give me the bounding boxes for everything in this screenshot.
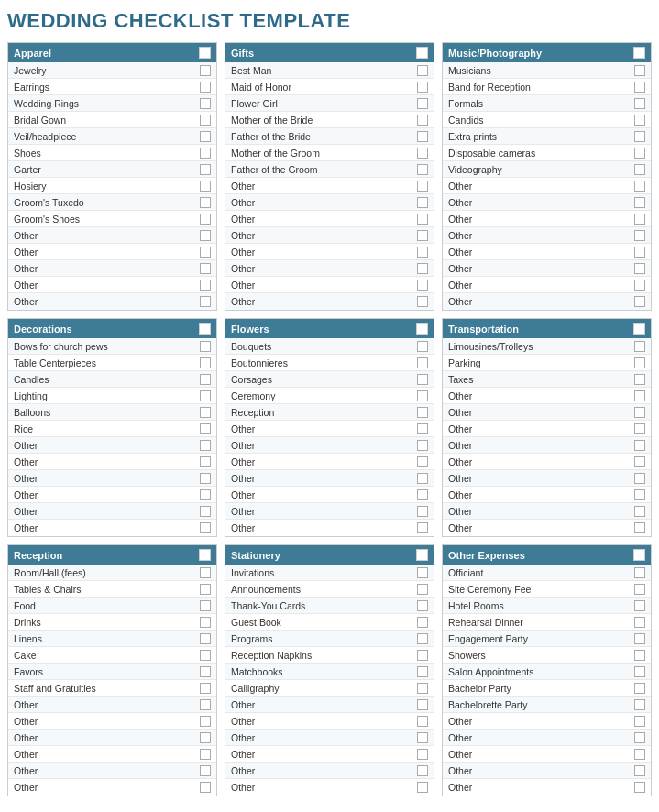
row-checkbox[interactable]	[634, 82, 645, 93]
row-checkbox[interactable]	[417, 65, 428, 76]
row-checkbox[interactable]	[417, 489, 428, 500]
row-checkbox[interactable]	[634, 423, 645, 434]
row-checkbox[interactable]	[417, 197, 428, 208]
row-checkbox[interactable]	[634, 716, 645, 727]
row-checkbox[interactable]	[200, 407, 211, 418]
row-checkbox[interactable]	[200, 506, 211, 517]
row-checkbox[interactable]	[634, 197, 645, 208]
row-checkbox[interactable]	[634, 374, 645, 385]
row-checkbox[interactable]	[634, 341, 645, 352]
row-checkbox[interactable]	[634, 666, 645, 677]
row-checkbox[interactable]	[634, 633, 645, 644]
row-checkbox[interactable]	[634, 473, 645, 484]
row-checkbox[interactable]	[200, 115, 211, 126]
row-checkbox[interactable]	[634, 65, 645, 76]
row-checkbox[interactable]	[200, 782, 211, 793]
row-checkbox[interactable]	[634, 650, 645, 661]
row-checkbox[interactable]	[200, 280, 211, 291]
row-checkbox[interactable]	[634, 181, 645, 192]
row-checkbox[interactable]	[200, 650, 211, 661]
row-checkbox[interactable]	[634, 567, 645, 578]
row-checkbox[interactable]	[200, 440, 211, 451]
row-checkbox[interactable]	[634, 390, 645, 401]
row-checkbox[interactable]	[200, 584, 211, 595]
row-checkbox[interactable]	[417, 341, 428, 352]
row-checkbox[interactable]	[200, 699, 211, 710]
row-checkbox[interactable]	[417, 584, 428, 595]
row-checkbox[interactable]	[634, 247, 645, 258]
row-checkbox[interactable]	[417, 280, 428, 291]
row-checkbox[interactable]	[634, 617, 645, 628]
row-checkbox[interactable]	[417, 633, 428, 644]
row-checkbox[interactable]	[417, 716, 428, 727]
row-checkbox[interactable]	[417, 440, 428, 451]
row-checkbox[interactable]	[634, 699, 645, 710]
row-checkbox[interactable]	[200, 374, 211, 385]
row-checkbox[interactable]	[200, 164, 211, 175]
row-checkbox[interactable]	[200, 357, 211, 368]
row-checkbox[interactable]	[200, 666, 211, 677]
row-checkbox[interactable]	[634, 683, 645, 694]
row-checkbox[interactable]	[200, 683, 211, 694]
row-checkbox[interactable]	[200, 423, 211, 434]
section-header-checkbox-stationery[interactable]	[416, 549, 428, 561]
row-checkbox[interactable]	[417, 683, 428, 694]
row-checkbox[interactable]	[417, 567, 428, 578]
row-checkbox[interactable]	[417, 650, 428, 661]
row-checkbox[interactable]	[634, 148, 645, 159]
row-checkbox[interactable]	[417, 473, 428, 484]
row-checkbox[interactable]	[634, 749, 645, 760]
row-checkbox[interactable]	[200, 567, 211, 578]
row-checkbox[interactable]	[200, 716, 211, 727]
row-checkbox[interactable]	[200, 617, 211, 628]
row-checkbox[interactable]	[200, 341, 211, 352]
row-checkbox[interactable]	[417, 407, 428, 418]
row-checkbox[interactable]	[417, 148, 428, 159]
row-checkbox[interactable]	[200, 390, 211, 401]
row-checkbox[interactable]	[634, 782, 645, 793]
row-checkbox[interactable]	[200, 489, 211, 500]
row-checkbox[interactable]	[200, 230, 211, 241]
section-header-checkbox-transportation[interactable]	[633, 323, 645, 335]
row-checkbox[interactable]	[634, 164, 645, 175]
row-checkbox[interactable]	[200, 522, 211, 533]
section-header-checkbox-reception[interactable]	[199, 549, 211, 561]
row-checkbox[interactable]	[417, 732, 428, 743]
row-checkbox[interactable]	[634, 131, 645, 142]
row-checkbox[interactable]	[634, 506, 645, 517]
row-checkbox[interactable]	[634, 440, 645, 451]
row-checkbox[interactable]	[634, 600, 645, 611]
row-checkbox[interactable]	[634, 765, 645, 776]
row-checkbox[interactable]	[634, 456, 645, 467]
section-header-checkbox-other-expenses[interactable]	[633, 549, 645, 561]
row-checkbox[interactable]	[417, 666, 428, 677]
row-checkbox[interactable]	[200, 65, 211, 76]
row-checkbox[interactable]	[417, 765, 428, 776]
row-checkbox[interactable]	[417, 456, 428, 467]
row-checkbox[interactable]	[634, 357, 645, 368]
section-header-checkbox-gifts[interactable]	[416, 47, 428, 59]
row-checkbox[interactable]	[200, 633, 211, 644]
row-checkbox[interactable]	[200, 197, 211, 208]
row-checkbox[interactable]	[417, 98, 428, 109]
row-checkbox[interactable]	[200, 749, 211, 760]
row-checkbox[interactable]	[417, 82, 428, 93]
row-checkbox[interactable]	[200, 181, 211, 192]
section-header-checkbox-flowers[interactable]	[416, 323, 428, 335]
row-checkbox[interactable]	[634, 407, 645, 418]
row-checkbox[interactable]	[634, 280, 645, 291]
row-checkbox[interactable]	[417, 522, 428, 533]
row-checkbox[interactable]	[417, 617, 428, 628]
row-checkbox[interactable]	[634, 522, 645, 533]
row-checkbox[interactable]	[417, 181, 428, 192]
row-checkbox[interactable]	[200, 131, 211, 142]
row-checkbox[interactable]	[417, 390, 428, 401]
row-checkbox[interactable]	[200, 732, 211, 743]
section-header-checkbox-decorations[interactable]	[199, 323, 211, 335]
row-checkbox[interactable]	[200, 600, 211, 611]
row-checkbox[interactable]	[634, 98, 645, 109]
row-checkbox[interactable]	[634, 584, 645, 595]
row-checkbox[interactable]	[417, 506, 428, 517]
row-checkbox[interactable]	[200, 82, 211, 93]
row-checkbox[interactable]	[634, 263, 645, 274]
